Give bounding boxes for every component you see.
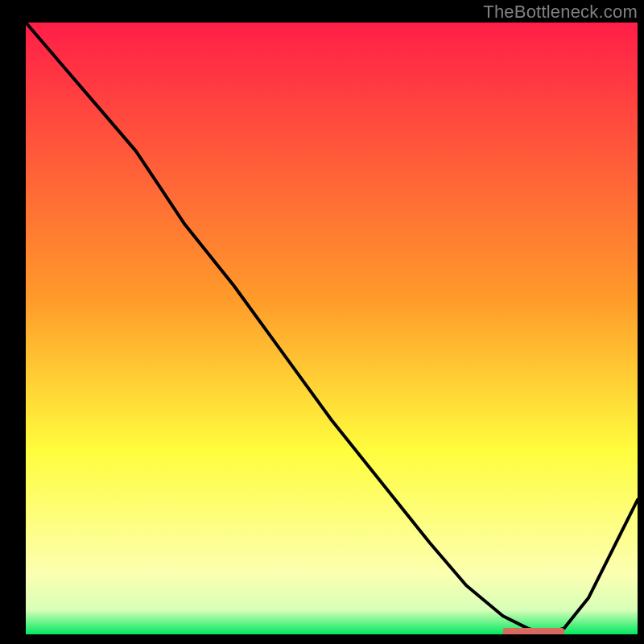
gradient-background	[26, 23, 638, 634]
optimum-marker	[503, 628, 564, 634]
chart-frame	[26, 23, 638, 634]
watermark-label: TheBottleneck.com	[483, 2, 638, 23]
chart-svg	[26, 23, 638, 634]
